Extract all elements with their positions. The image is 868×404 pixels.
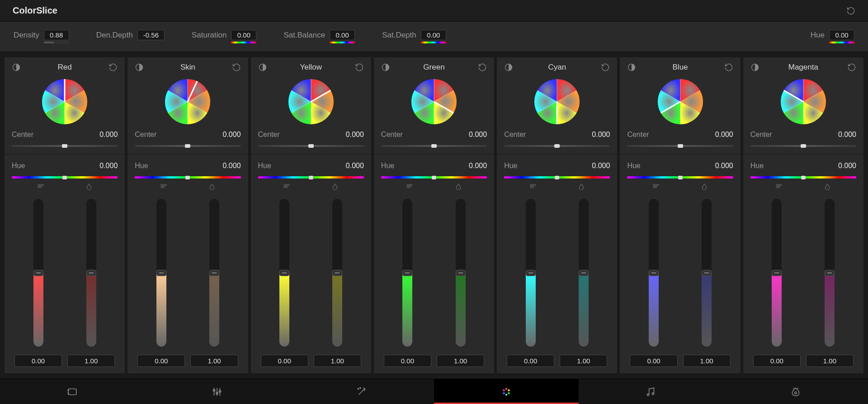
svg-point-72 <box>505 394 507 395</box>
reset-slice-icon[interactable] <box>847 63 856 72</box>
satdepth-param[interactable]: Sat.Depth 0.00 <box>382 30 446 43</box>
center-value[interactable]: 0.000 <box>469 131 487 139</box>
center-slider[interactable] <box>12 145 118 147</box>
fader1-value[interactable]: 0.00 <box>630 355 677 367</box>
drop-icon <box>577 183 585 193</box>
density-fader[interactable] <box>279 199 289 347</box>
dendepth-value[interactable]: -0.56 <box>137 30 165 40</box>
tab-deliver[interactable] <box>723 379 868 404</box>
fader2-value[interactable]: 1.00 <box>314 355 361 367</box>
center-slider[interactable] <box>258 145 364 147</box>
hue-slider[interactable] <box>135 176 241 179</box>
hue-row-value[interactable]: 0.000 <box>592 162 610 170</box>
hue-row-value[interactable]: 0.000 <box>99 162 118 170</box>
color-wheel[interactable] <box>504 76 610 126</box>
contrast-icon[interactable] <box>12 63 21 72</box>
fader1-value[interactable]: 0.00 <box>137 355 185 367</box>
reset-slice-icon[interactable] <box>478 63 487 72</box>
density-fader[interactable] <box>649 199 659 347</box>
contrast-icon[interactable] <box>504 63 513 72</box>
sat-fader[interactable] <box>702 199 712 347</box>
density-fader[interactable] <box>156 199 166 347</box>
reset-slice-icon[interactable] <box>108 63 118 72</box>
contrast-icon[interactable] <box>381 63 390 72</box>
color-wheel[interactable] <box>258 76 364 126</box>
sat-fader[interactable] <box>209 199 219 347</box>
center-value[interactable]: 0.000 <box>715 131 733 139</box>
reset-slice-icon[interactable] <box>355 63 364 72</box>
reset-slice-icon[interactable] <box>601 63 610 72</box>
density-value[interactable]: 0.88 <box>44 30 69 40</box>
fader1-value[interactable]: 0.00 <box>507 355 554 367</box>
tab-fusion[interactable] <box>289 379 434 404</box>
density-fader[interactable] <box>402 199 412 347</box>
reset-slice-icon[interactable] <box>724 63 733 72</box>
color-wheel[interactable] <box>750 76 856 126</box>
sat-fader[interactable] <box>825 199 835 347</box>
hue-row-value[interactable]: 0.000 <box>346 162 364 170</box>
fader2-value[interactable]: 1.00 <box>437 355 484 367</box>
fader2-value[interactable]: 1.00 <box>67 355 115 367</box>
sat-fader[interactable] <box>456 199 466 347</box>
hue-slider[interactable] <box>12 176 118 179</box>
slice-name: Skin <box>180 63 195 72</box>
hue-row-value[interactable]: 0.000 <box>469 162 487 170</box>
density-fader[interactable] <box>526 199 536 347</box>
hue-row-value[interactable]: 0.000 <box>715 162 733 170</box>
satbalance-value[interactable]: 0.00 <box>330 30 355 40</box>
center-slider[interactable] <box>750 145 856 147</box>
sat-fader[interactable] <box>86 199 96 347</box>
hue-slider[interactable] <box>504 176 610 179</box>
hue-value[interactable]: 0.00 <box>829 30 854 40</box>
tab-fairlight[interactable] <box>579 379 723 404</box>
hue-slider[interactable] <box>381 176 487 179</box>
fader1-value[interactable]: 0.00 <box>384 355 431 367</box>
fader2-value[interactable]: 1.00 <box>560 355 607 367</box>
contrast-icon[interactable] <box>750 63 760 72</box>
color-wheel[interactable] <box>381 76 487 126</box>
center-value[interactable]: 0.000 <box>346 131 364 139</box>
center-value[interactable]: 0.000 <box>99 131 118 139</box>
fader1-value[interactable]: 0.00 <box>261 355 308 367</box>
sat-fader[interactable] <box>332 199 342 347</box>
density-fader[interactable] <box>772 199 782 347</box>
contrast-icon[interactable] <box>627 63 636 72</box>
grid-icon <box>406 183 414 193</box>
contrast-icon[interactable] <box>135 63 144 72</box>
hue-row-value[interactable]: 0.000 <box>223 162 241 170</box>
center-value[interactable]: 0.000 <box>838 131 856 139</box>
hue-row-value[interactable]: 0.000 <box>838 162 856 170</box>
hue-slider[interactable] <box>627 176 733 179</box>
density-param[interactable]: Density 0.88 <box>14 30 69 43</box>
reset-all-icon[interactable] <box>846 6 855 15</box>
color-wheel[interactable] <box>135 76 241 126</box>
center-slider[interactable] <box>135 145 241 147</box>
density-fader[interactable] <box>33 199 43 347</box>
reset-slice-icon[interactable] <box>232 63 241 72</box>
center-value[interactable]: 0.000 <box>592 131 610 139</box>
color-wheel[interactable] <box>12 76 118 126</box>
fader2-value[interactable]: 1.00 <box>683 355 731 367</box>
fader1-value[interactable]: 0.00 <box>753 355 801 367</box>
dendepth-param[interactable]: Den.Depth -0.56 <box>96 30 165 40</box>
tab-cut[interactable] <box>0 379 145 404</box>
contrast-icon[interactable] <box>258 63 267 72</box>
center-slider[interactable] <box>504 145 610 147</box>
hue-param[interactable]: Hue 0.00 <box>811 30 854 43</box>
tab-edit[interactable] <box>145 379 289 404</box>
fader1-value[interactable]: 0.00 <box>14 355 62 367</box>
hue-slider[interactable] <box>258 176 364 179</box>
center-slider[interactable] <box>381 145 487 147</box>
center-slider[interactable] <box>627 145 733 147</box>
color-wheel[interactable] <box>627 76 733 126</box>
fader2-value[interactable]: 1.00 <box>806 355 854 367</box>
saturation-value[interactable]: 0.00 <box>231 30 256 40</box>
fader2-value[interactable]: 1.00 <box>190 355 238 367</box>
center-value[interactable]: 0.000 <box>223 131 241 139</box>
sat-fader[interactable] <box>579 199 589 347</box>
saturation-param[interactable]: Saturation 0.00 <box>192 30 257 43</box>
tab-color[interactable] <box>434 379 579 404</box>
satdepth-value[interactable]: 0.00 <box>421 30 446 40</box>
hue-slider[interactable] <box>750 176 856 179</box>
satbalance-param[interactable]: Sat.Balance 0.00 <box>283 30 355 43</box>
